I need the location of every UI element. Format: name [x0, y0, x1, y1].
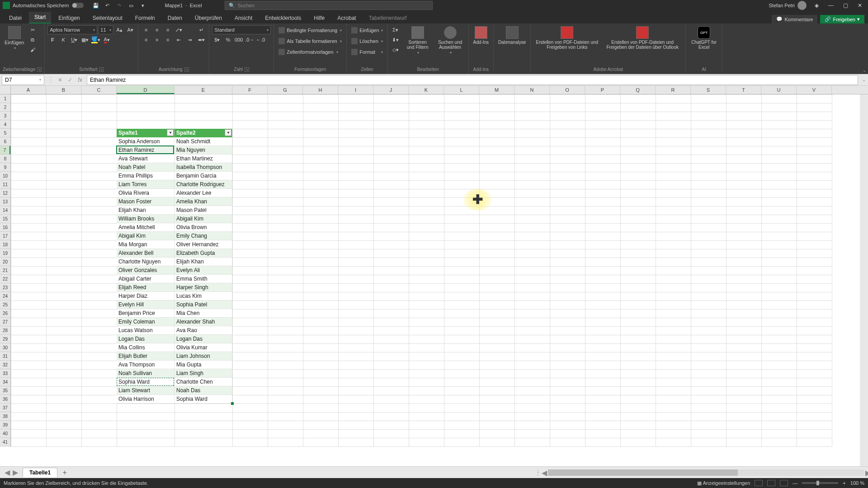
save-icon[interactable]: 💾 [92, 1, 100, 9]
row-header[interactable]: 41 [0, 438, 10, 446]
table-cell[interactable]: Emma Phillips [117, 172, 175, 180]
row-header[interactable]: 11 [0, 180, 10, 189]
row-header[interactable]: 1 [0, 94, 10, 103]
camera-icon[interactable]: ▭ [127, 1, 135, 9]
table-cell[interactable]: Elijah Khan [175, 258, 232, 266]
dialog-launcher-icon[interactable]: ↘ [245, 67, 249, 72]
add-sheet-button[interactable]: + [60, 468, 69, 477]
table-cell[interactable]: Mia Gupta [175, 361, 232, 369]
table-cell[interactable]: Isabella Thompson [175, 163, 232, 172]
table-cell[interactable]: Charlotte Rodriguez [175, 180, 232, 189]
table-row[interactable]: Evelyn HillSophia Patel [117, 300, 232, 309]
table-cell[interactable]: Sophia Ward [117, 378, 175, 386]
table-row[interactable]: Lucas WatsonAva Rao [117, 326, 232, 335]
table-cell[interactable]: Noah Das [175, 386, 232, 395]
decrease-font-icon[interactable]: A▾ [125, 25, 135, 34]
row-header[interactable]: 20 [0, 258, 10, 266]
table-row[interactable]: Abigail CarterEmma Smith [117, 275, 232, 283]
table-cell[interactable]: Sophia Ward [175, 395, 232, 404]
border-icon[interactable]: ▦▾ [80, 35, 90, 44]
ribbon-tab-acrobat[interactable]: Acrobat [332, 13, 361, 23]
table-row[interactable]: Emily ColemanAlexander Shah [117, 318, 232, 326]
fill-color-icon[interactable]: 🪣▾ [91, 35, 101, 44]
select-all-corner[interactable] [0, 86, 11, 94]
orientation-icon[interactable]: ⤢▾ [174, 25, 184, 34]
row-header[interactable]: 22 [0, 275, 10, 283]
table-cell[interactable]: Mia Collins [117, 343, 175, 352]
zoom-level[interactable]: 100 % [850, 480, 864, 486]
column-header[interactable]: V [797, 86, 832, 94]
ribbon-tab-start[interactable]: Start [29, 12, 51, 23]
diamond-icon[interactable]: ◈ [812, 1, 821, 10]
table-row[interactable]: Elijah ButlerLiam Johnson [117, 352, 232, 361]
column-header[interactable]: G [268, 86, 303, 94]
table-cell[interactable]: Noah Schmidt [175, 137, 232, 146]
number-format-combo[interactable]: Standard▾ [212, 25, 271, 34]
align-left-icon[interactable]: ≡ [141, 35, 151, 44]
fill-handle[interactable] [231, 402, 234, 405]
table-cell[interactable]: Liam Torres [117, 180, 175, 189]
vertical-scrollbar[interactable] [860, 94, 868, 466]
table-cell[interactable]: Liam Singh [175, 369, 232, 378]
ribbon-tab-daten[interactable]: Daten [162, 13, 188, 23]
cut-icon[interactable]: ✂ [28, 25, 38, 34]
row-header[interactable]: 3 [0, 112, 10, 120]
fill-icon[interactable]: ⬇▾ [391, 35, 401, 44]
ribbon-tab-seitenlayout[interactable]: Seitenlayout [87, 13, 128, 23]
minimize-icon[interactable]: — [826, 1, 835, 10]
zoom-in-icon[interactable]: + [843, 480, 845, 486]
display-settings-button[interactable]: ▦ Anzeigeeinstellungen [697, 480, 750, 486]
clear-icon[interactable]: ◇▾ [391, 45, 401, 54]
table-row[interactable]: Noah SullivanLiam Singh [117, 369, 232, 378]
table-row[interactable]: Charlotte NguyenElijah Khan [117, 258, 232, 266]
ribbon-tab-hilfe[interactable]: Hilfe [308, 13, 330, 23]
table-cell[interactable]: Mason Patel [175, 206, 232, 215]
table-cell[interactable]: Ava Stewart [117, 155, 175, 163]
table-cell[interactable]: Charlotte Chen [175, 378, 232, 386]
collapse-ribbon-icon[interactable]: ⌄ [863, 68, 866, 73]
font-name-combo[interactable]: Aptos Narrow▾ [47, 25, 97, 34]
font-size-combo[interactable]: 11▾ [98, 25, 113, 34]
table-cell[interactable]: Abigail Kim [117, 232, 175, 240]
dialog-launcher-icon[interactable]: ↘ [184, 67, 189, 72]
table-cell[interactable]: Logan Das [117, 335, 175, 343]
acrobat-outlook-button[interactable]: Erstellen von PDF-Dateien und Freigeben … [602, 25, 683, 51]
row-header[interactable]: 33 [0, 369, 10, 378]
table-cell[interactable]: Alexander Shah [175, 318, 232, 326]
column-header[interactable]: S [691, 86, 726, 94]
table-cell[interactable]: Noah Sullivan [117, 369, 175, 378]
table-row[interactable]: Mason FosterAmelia Khan [117, 197, 232, 206]
table-cell[interactable]: Sophia Patel [175, 300, 232, 309]
delete-cells-button[interactable]: Löschen▾ [349, 36, 384, 46]
table-cell[interactable]: Abigail Kim [175, 215, 232, 223]
format-painter-icon[interactable]: 🖌 [28, 45, 38, 54]
table-cell[interactable]: Ava Rao [175, 326, 232, 335]
table-cell[interactable]: Oliver Hernandez [175, 240, 232, 249]
merge-center-icon[interactable]: ⬌▾ [196, 35, 206, 44]
align-bottom-icon[interactable]: ≡ [163, 25, 173, 34]
decrease-decimal-icon[interactable]: ←.0 [255, 35, 265, 44]
row-header[interactable]: 19 [0, 249, 10, 258]
row-header[interactable]: 34 [0, 378, 10, 386]
table-cell[interactable]: Evelyn Ali [175, 266, 232, 275]
increase-font-icon[interactable]: A▴ [114, 25, 124, 34]
fx-icon[interactable]: fx [76, 76, 84, 84]
row-header[interactable]: 5 [0, 129, 10, 137]
row-header[interactable]: 30 [0, 343, 10, 352]
table-row[interactable]: Harper DiazLucas Kim [117, 292, 232, 300]
cell-styles-button[interactable]: Zellenformatvorlagen▾ [277, 47, 344, 57]
page-layout-view-icon[interactable] [767, 480, 775, 486]
row-header[interactable]: 13 [0, 197, 10, 206]
row-header[interactable]: 6 [0, 137, 10, 146]
table-row[interactable]: William BrooksAbigail Kim [117, 215, 232, 223]
column-header[interactable]: M [479, 86, 514, 94]
paste-button[interactable]: Einfügen ▾ [3, 25, 26, 51]
table-row[interactable]: Mia MorganOliver Hernandez [117, 240, 232, 249]
row-header[interactable]: 15 [0, 215, 10, 223]
cancel-formula-icon[interactable]: ✕ [56, 76, 64, 84]
table-row[interactable]: Elijah ReedHarper Singh [117, 283, 232, 292]
toggle-switch-icon[interactable] [72, 3, 84, 8]
table-column-header[interactable]: Spalte1▾ [117, 129, 175, 137]
filter-dropdown-icon[interactable]: ▾ [167, 129, 174, 136]
column-header[interactable]: T [726, 86, 761, 94]
